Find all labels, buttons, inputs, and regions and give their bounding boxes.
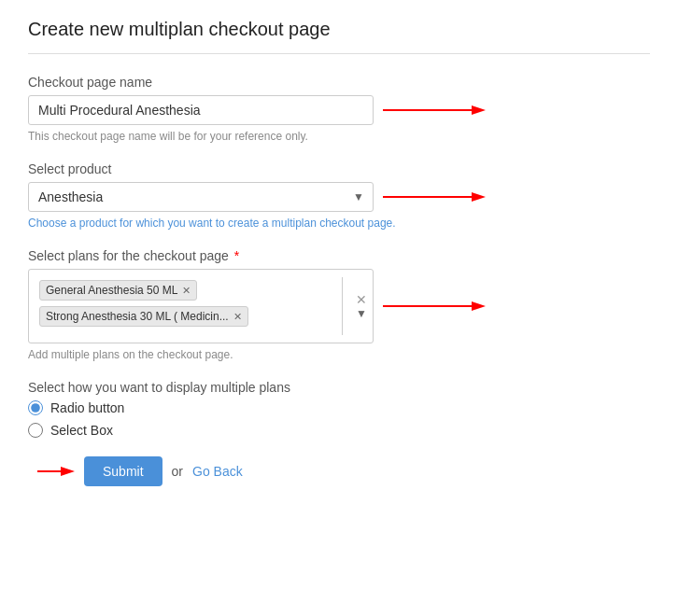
radio-button-label: Radio button xyxy=(50,400,124,415)
plans-divider xyxy=(342,277,343,335)
plan-tag-1-label: General Anesthesia 50 ML xyxy=(46,284,177,297)
plan-tag-1: General Anesthesia 50 ML ✕ xyxy=(39,280,197,301)
select-plans-section: Select plans for the checkout page * Gen… xyxy=(28,248,650,361)
select-product-hint: Choose a product for which you want to c… xyxy=(28,217,650,230)
plans-clear-icon[interactable]: ✕ xyxy=(356,293,367,306)
svg-marker-5 xyxy=(472,301,486,311)
divider xyxy=(28,53,650,54)
display-section: Select how you want to display multiple … xyxy=(28,380,650,438)
plan-tag-2-label: Strong Anesthesia 30 ML ( Medicin... xyxy=(46,310,229,323)
plan-tag-2: Strong Anesthesia 30 ML ( Medicin... ✕ xyxy=(39,306,248,327)
select-product-wrapper: Anesthesia ▼ xyxy=(28,182,374,212)
or-text: or xyxy=(172,464,183,479)
select-box-label: Select Box xyxy=(50,423,113,438)
arrow-4-icon xyxy=(37,463,75,480)
required-marker: * xyxy=(231,248,239,263)
radio-option-radio-button[interactable]: Radio button xyxy=(28,400,650,415)
checkout-name-label: Checkout page name xyxy=(28,75,650,90)
select-box-input[interactable] xyxy=(28,423,43,438)
select-plans-label: Select plans for the checkout page * xyxy=(28,248,650,263)
select-product-label: Select product xyxy=(28,161,650,176)
plans-chevron-icon[interactable]: ▼ xyxy=(356,308,367,319)
list-item: Strong Anesthesia 30 ML ( Medicin... ✕ xyxy=(36,303,365,329)
display-label: Select how you want to display multiple … xyxy=(28,380,650,395)
submit-button[interactable]: Submit xyxy=(84,456,162,486)
radio-option-select-box[interactable]: Select Box xyxy=(28,423,650,438)
radio-button-input[interactable] xyxy=(28,400,43,415)
svg-marker-3 xyxy=(472,192,486,202)
plans-controls: ✕ ▼ xyxy=(356,293,367,319)
select-product-dropdown[interactable]: Anesthesia xyxy=(28,182,374,212)
list-item: General Anesthesia 50 ML ✕ xyxy=(36,277,365,303)
page-title: Create new multiplan checkout page xyxy=(28,19,650,40)
arrow-3-icon xyxy=(383,298,486,315)
plan-tag-2-close[interactable]: ✕ xyxy=(233,311,242,323)
checkout-name-section: Checkout page name This checkout page na… xyxy=(28,75,650,143)
plans-hint: Add multiple plans on the checkout page. xyxy=(28,348,650,361)
svg-marker-7 xyxy=(61,467,75,476)
checkout-name-input[interactable] xyxy=(28,95,374,125)
svg-marker-1 xyxy=(472,105,486,115)
go-back-link[interactable]: Go Back xyxy=(192,464,243,479)
checkout-name-hint: This checkout page name will be for your… xyxy=(28,130,650,143)
plan-tag-1-close[interactable]: ✕ xyxy=(182,285,191,297)
plans-list: General Anesthesia 50 ML ✕ Strong Anesth… xyxy=(36,277,365,329)
submit-row: Submit or Go Back xyxy=(28,456,650,486)
select-product-section: Select product Anesthesia ▼ Choose a pro… xyxy=(28,161,650,230)
arrow-1-icon xyxy=(383,102,486,119)
arrow-2-icon xyxy=(383,189,486,205)
plans-box[interactable]: General Anesthesia 50 ML ✕ Strong Anesth… xyxy=(28,269,374,343)
